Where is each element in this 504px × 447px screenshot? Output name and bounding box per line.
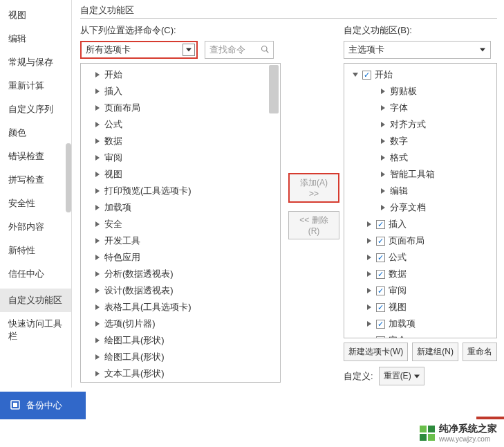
tree-item[interactable]: 数据: [344, 266, 496, 282]
tree-item[interactable]: 编辑: [344, 183, 496, 199]
tree-item[interactable]: 打印预览(工具选项卡): [81, 183, 280, 199]
settings-sidebar: 视图 编辑 常规与保存 重新计算 自定义序列 颜色 错误检查 拼写检查 安全性 …: [0, 0, 72, 387]
new-group-button[interactable]: 新建组(N): [412, 343, 458, 361]
expander-icon: [379, 87, 387, 95]
tree-item[interactable]: 绘图工具(形状): [81, 332, 280, 349]
tree-item[interactable]: 加载项: [344, 316, 496, 332]
choose-from-label: 从下列位置选择命令(C):: [80, 24, 281, 37]
tree-item[interactable]: 数据: [81, 133, 280, 149]
target-dropdown[interactable]: 主选项卡: [344, 41, 491, 59]
chevron-right-icon: [93, 253, 102, 262]
expander-icon: [365, 270, 373, 278]
tree-item[interactable]: 公式: [81, 116, 280, 133]
tree-item[interactable]: 文本工具(形状): [81, 365, 280, 382]
sidebar-item-security[interactable]: 安全性: [0, 192, 71, 215]
watermark: 纯净系统之家 www.ycwjzy.com: [420, 423, 497, 443]
sidebar-item-color[interactable]: 颜色: [0, 121, 71, 145]
chevron-right-icon: [93, 154, 102, 162]
watermark-logo-icon: [420, 426, 435, 441]
sidebar-item-edit[interactable]: 编辑: [0, 27, 71, 51]
chevron-right-icon: [93, 170, 102, 179]
expander-icon: [365, 303, 373, 311]
chevron-right-icon: [93, 286, 102, 295]
tree-item[interactable]: 表格工具(工具选项卡): [81, 299, 280, 316]
sidebar-item-general-save[interactable]: 常规与保存: [0, 51, 71, 74]
checkbox[interactable]: [362, 71, 371, 80]
checkbox[interactable]: [376, 303, 385, 312]
sidebar-item-quick-access[interactable]: 快速访问工具栏: [0, 312, 71, 348]
sidebar-item-recalc[interactable]: 重新计算: [0, 74, 71, 98]
new-tab-button[interactable]: 新建选项卡(W): [344, 343, 408, 361]
checkbox[interactable]: [376, 286, 385, 295]
chevron-right-icon: [93, 220, 102, 228]
tree-item[interactable]: 审阅: [81, 149, 280, 166]
tree-item[interactable]: 安全: [344, 332, 496, 338]
search-input[interactable]: 查找命令: [205, 41, 274, 59]
accent-line: [476, 417, 504, 419]
chevron-right-icon: [93, 120, 102, 129]
tree-item[interactable]: 插入: [81, 83, 280, 100]
chevron-right-icon: [93, 71, 102, 79]
sidebar-item-spell-check[interactable]: 拼写检查: [0, 168, 71, 192]
tree-item[interactable]: 审阅: [344, 282, 496, 299]
expander-icon: [365, 336, 373, 338]
chevron-right-icon: [93, 303, 102, 311]
tree-item[interactable]: 视图: [81, 166, 280, 183]
chevron-right-icon: [93, 237, 102, 245]
tree-item[interactable]: 数字: [344, 133, 496, 149]
chevron-right-icon: [93, 336, 102, 345]
checkbox[interactable]: [376, 320, 385, 329]
tree-item[interactable]: 开始: [344, 66, 496, 83]
checkbox[interactable]: [376, 237, 385, 246]
tree-item[interactable]: 页面布局: [344, 232, 496, 249]
tree-item[interactable]: 分享文档: [344, 199, 496, 216]
command-tree[interactable]: 开始插入页面布局公式数据审阅视图打印预览(工具选项卡)加载项安全开发工具特色应用…: [80, 63, 281, 383]
tree-item[interactable]: 绘图工具(形状): [81, 349, 280, 365]
chevron-down-icon: [183, 44, 195, 56]
chevron-right-icon: [93, 104, 102, 112]
expander-icon: [379, 120, 387, 129]
chevron-right-icon: [93, 187, 102, 195]
tree-item[interactable]: 特色应用: [81, 249, 280, 266]
chevron-right-icon: [93, 87, 102, 95]
tree-item[interactable]: 选项(切片器): [81, 316, 280, 332]
checkbox[interactable]: [376, 220, 385, 229]
tree-item[interactable]: 页面布局: [81, 100, 280, 116]
checkbox[interactable]: [376, 270, 385, 279]
svg-point-0: [262, 46, 268, 51]
sidebar-item-error-check[interactable]: 错误检查: [0, 145, 71, 168]
tree-item[interactable]: 设计(数据透视表): [81, 282, 280, 299]
tree-item[interactable]: 剪贴板: [344, 83, 496, 100]
tree-item[interactable]: 智能工具箱: [344, 166, 496, 183]
chevron-right-icon: [93, 270, 102, 278]
tree-item[interactable]: 效果设置(形状): [81, 382, 280, 383]
sidebar-item-view[interactable]: 视图: [0, 3, 71, 27]
tree-item[interactable]: 安全: [81, 216, 280, 232]
sidebar-item-external[interactable]: 外部内容: [0, 215, 71, 239]
tree-item[interactable]: 对齐方式: [344, 116, 496, 133]
checkbox[interactable]: [376, 336, 385, 339]
backup-center-button[interactable]: 备份中心: [0, 392, 86, 419]
main-panel: 自定义功能区 从下列位置选择命令(C): 所有选项卡 查找命令 开始插入页面布局…: [72, 0, 504, 387]
rename-button[interactable]: 重命名: [463, 343, 497, 361]
tree-item[interactable]: 加载项: [81, 199, 280, 216]
tree-item[interactable]: 插入: [344, 216, 496, 232]
checkbox[interactable]: [376, 253, 385, 262]
tree-item[interactable]: 视图: [344, 299, 496, 316]
tree-item[interactable]: 开始: [81, 66, 280, 83]
chevron-right-icon: [93, 370, 102, 378]
tree-item[interactable]: 格式: [344, 149, 496, 166]
sidebar-item-custom-seq[interactable]: 自定义序列: [0, 98, 71, 121]
sidebar-item-customize-ribbon[interactable]: 自定义功能区: [0, 289, 71, 312]
add-button[interactable]: 添加(A) >>: [288, 173, 339, 203]
tree-item[interactable]: 字体: [344, 100, 496, 116]
sidebar-item-trust[interactable]: 信任中心: [0, 262, 71, 286]
tree-item[interactable]: 分析(数据透视表): [81, 266, 280, 282]
remove-button[interactable]: << 删除(R): [288, 211, 339, 239]
tree-item[interactable]: 开发工具: [81, 232, 280, 249]
ribbon-tree[interactable]: 开始剪贴板字体对齐方式数字格式智能工具箱编辑分享文档插入页面布局公式数据审阅视图…: [344, 63, 497, 338]
tree-item[interactable]: 公式: [344, 249, 496, 266]
sidebar-item-new-features[interactable]: 新特性: [0, 239, 71, 262]
source-dropdown[interactable]: 所有选项卡: [80, 41, 198, 59]
reset-button[interactable]: 重置(E): [379, 367, 424, 385]
